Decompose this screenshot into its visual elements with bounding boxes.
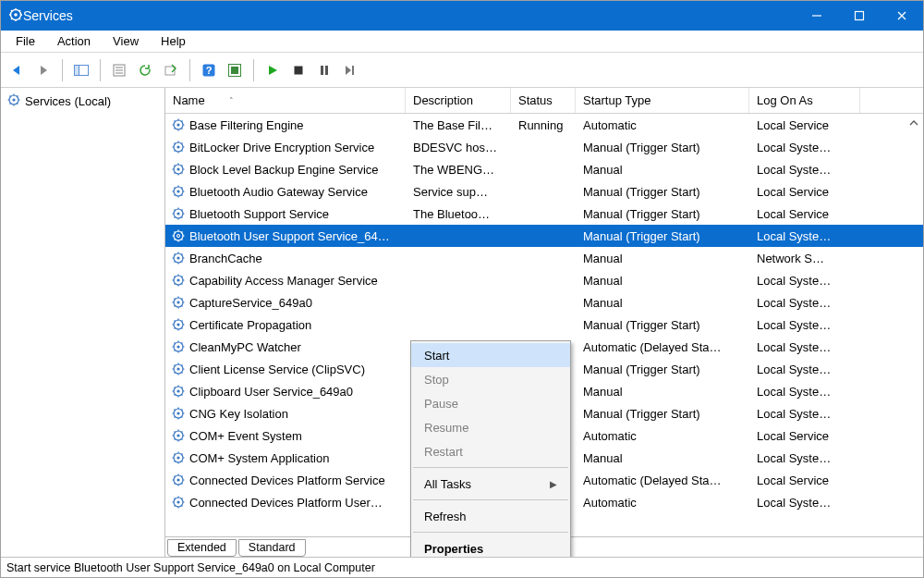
svg-point-56 [176,500,179,503]
service-startup: Manual [576,451,749,465]
service-row[interactable]: Certificate PropagationManual (Trigger S… [165,314,923,336]
svg-point-46 [176,389,179,392]
properties-button[interactable] [108,59,130,81]
export-list-button[interactable] [160,59,182,81]
col-header-name[interactable]: Name˄ [165,88,406,113]
svg-point-44 [176,367,179,370]
context-menu-label: Refresh [424,510,467,523]
svg-point-30 [176,212,179,215]
service-name: Bluetooth Audio Gateway Service [189,185,368,199]
refresh-button[interactable] [134,59,156,81]
svg-rect-15 [295,66,303,74]
tab-standard[interactable]: Standard [238,539,306,557]
gear-icon [6,92,21,110]
service-startup: Manual (Trigger Start) [576,207,749,221]
restart-service-button[interactable] [339,59,361,81]
col-header-description[interactable]: Description [406,88,511,113]
svg-rect-18 [352,66,354,75]
service-description: The Base Fil… [406,118,511,132]
col-header-startup[interactable]: Startup Type [576,88,749,113]
service-row[interactable]: Bluetooth User Support Service_64…Manual… [165,225,923,247]
service-logon: Local Syste… [749,496,860,510]
service-row[interactable]: Base Filtering EngineThe Base Fil…Runnin… [165,114,923,136]
service-description: The WBENG… [406,163,511,177]
help2-button[interactable] [224,59,246,81]
context-menu-item[interactable]: Properties [411,536,570,557]
menu-view[interactable]: View [103,32,148,50]
context-menu-label: All Tasks [424,477,471,491]
tree-root-label: Services (Local) [25,94,111,108]
forward-button[interactable] [32,59,55,81]
col-header-status[interactable]: Status [511,88,576,113]
context-menu-item[interactable]: Start [411,343,570,367]
gear-icon [171,206,186,221]
service-name: Connected Devices Platform User… [189,496,383,510]
context-menu-item: Resume [411,415,570,439]
service-name: Base Filtering Engine [189,118,304,132]
context-menu-separator [413,499,568,500]
tab-extended[interactable]: Extended [167,539,237,557]
service-row[interactable]: CaptureService_649a0ManualLocal Syste… [165,291,923,314]
minimize-button[interactable] [796,1,838,31]
service-logon: Local Syste… [749,363,860,376]
toolbar: ? [1,53,923,88]
svg-point-40 [176,323,179,326]
service-startup: Automatic [576,429,749,443]
menu-help[interactable]: Help [152,32,195,50]
service-name: Client License Service (ClipSVC) [189,363,365,376]
svg-point-42 [176,345,179,348]
menu-file[interactable]: File [6,32,44,50]
help-button[interactable]: ? [198,59,220,81]
close-button[interactable] [881,1,923,31]
start-service-button[interactable] [261,59,284,81]
tree-root-services-local[interactable]: Services (Local) [1,90,164,113]
service-startup: Manual (Trigger Start) [576,363,749,376]
service-startup: Automatic (Delayed Sta… [576,473,749,487]
show-hide-tree-button[interactable] [70,59,92,81]
svg-point-54 [176,478,179,481]
service-startup: Manual (Trigger Start) [576,407,749,421]
svg-point-36 [176,278,179,281]
scroll-up-icon[interactable] [906,116,921,130]
stop-service-button[interactable] [287,59,310,81]
service-logon: Local Syste… [749,163,860,177]
toolbar-separator [100,59,101,81]
col-header-logon[interactable]: Log On As [749,88,860,113]
service-row[interactable]: Bluetooth Audio Gateway ServiceService s… [165,180,923,203]
service-row[interactable]: BranchCacheManualNetwork S… [165,247,923,269]
pause-service-button[interactable] [313,59,335,81]
service-name: COM+ Event System [189,429,302,443]
window-title: Services [23,8,796,23]
service-name: Connected Devices Platform Service [189,473,385,487]
service-description: Service sup… [406,185,511,199]
gear-icon [171,295,186,310]
back-button[interactable] [6,59,29,81]
service-row[interactable]: BitLocker Drive Encryption ServiceBDESVC… [165,136,923,158]
gear-icon [171,162,186,177]
maximize-button[interactable] [838,1,881,31]
context-menu-separator [413,532,568,533]
service-logon: Local Syste… [749,340,860,354]
gear-icon [171,473,186,487]
svg-rect-16 [321,66,323,75]
service-row[interactable]: Block Level Backup Engine ServiceThe WBE… [165,158,923,180]
svg-point-52 [176,456,179,459]
gear-icon [171,251,186,265]
service-logon: Local Syste… [749,385,860,399]
service-logon: Local Service [749,207,860,221]
svg-point-24 [176,145,179,148]
service-row[interactable]: Capability Access Manager ServiceManualL… [165,269,923,291]
context-menu-item[interactable]: Refresh [411,504,570,528]
left-tree-pane: Services (Local) [1,88,165,557]
service-name: BranchCache [189,252,262,265]
context-menu-label: Resume [424,421,468,435]
gear-icon [171,428,186,443]
service-row[interactable]: Bluetooth Support ServiceThe Bluetoo…Man… [165,203,923,225]
menu-action[interactable]: Action [48,32,100,50]
svg-point-20 [12,98,15,101]
context-menu-label: Restart [424,445,463,459]
gear-icon [171,339,186,354]
title-bar: Services [1,1,923,31]
service-name: BitLocker Drive Encryption Service [189,141,374,154]
context-menu-item[interactable]: All Tasks▶ [411,472,570,496]
